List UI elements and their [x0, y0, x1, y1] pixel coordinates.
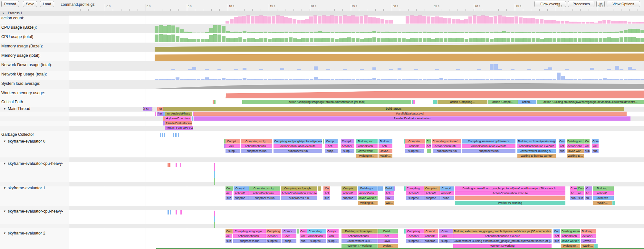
trace-block[interactable]: sub [226, 196, 232, 200]
trace-block[interactable]: Buildin... [379, 139, 392, 144]
trace-block[interactable]: subproc... [424, 196, 440, 200]
trace-block[interactable] [168, 163, 169, 167]
trace-block[interactable]: Waiting to... [561, 244, 580, 248]
trace-marker[interactable] [214, 178, 215, 185]
trace-block[interactable]: ActionConti... [358, 191, 378, 195]
trace-block[interactable]: Act [553, 234, 560, 238]
trace-block[interactable]: ActionC... [405, 144, 425, 148]
trace-block[interactable]: Parallel Evaluator evaluation [165, 126, 193, 130]
trace-block[interactable]: Com... [439, 229, 453, 234]
trace-block[interactable]: Building external/com_google_protobuf/ja… [453, 229, 552, 234]
trace-block[interactable]: ActionC... [593, 191, 614, 195]
process-expander-icon[interactable]: ▼ [2, 12, 5, 15]
trace-block[interactable]: ActionContinuati... [233, 234, 266, 238]
trace-block[interactable]: Par [157, 112, 163, 116]
trace-block[interactable]: Acti... [282, 234, 296, 238]
trace-block[interactable]: Act [323, 191, 330, 195]
trace-block[interactable]: subproc... [266, 239, 281, 243]
trace-block[interactable]: ActionC... [341, 191, 357, 195]
trace-block[interactable]: Co [426, 139, 431, 144]
trace-block[interactable]: sub [577, 196, 584, 200]
trace-block[interactable]: sub [570, 196, 577, 200]
trace-block[interactable] [318, 186, 321, 191]
trace-block[interactable]: Act [300, 234, 307, 238]
trace-block[interactable]: Ac... [226, 191, 232, 195]
record-button[interactable]: Record [1, 1, 19, 7]
trace-block[interactable]: Compi... [282, 229, 296, 234]
trace-block[interactable]: Compiling src/g... [249, 186, 280, 191]
trace-block[interactable]: skyframeExecutor.configureTargets [165, 116, 191, 121]
trace-block[interactable] [163, 121, 165, 125]
trace-block[interactable]: ActionC... [406, 191, 424, 195]
trace-block[interactable]: ActionC... [266, 234, 281, 238]
track-group-label[interactable]: ▼skyframe-evaluator 2 [3, 231, 45, 235]
trace-block[interactable]: subprocess.run [249, 196, 280, 200]
trace-block[interactable]: sub [226, 239, 232, 243]
trace-marker[interactable] [214, 211, 215, 216]
trace-block[interactable]: ActionConti... [307, 234, 326, 238]
track-group-label[interactable]: ▼Main Thread [3, 106, 30, 111]
trace-block[interactable]: Building src/ma... [561, 229, 580, 234]
trace-block[interactable] [455, 196, 565, 200]
trace-block[interactable]: Compiling src/google... [233, 229, 266, 234]
trace-block[interactable]: Ac... [585, 191, 592, 195]
trace-block[interactable] [413, 100, 415, 104]
trace-block[interactable] [192, 116, 193, 121]
trace-block[interactable]: Acti... [439, 234, 453, 238]
track-group-label[interactable]: ▼skyframe-evaluator-cpu-heavy- [3, 209, 63, 214]
trace-block[interactable]: sub [300, 239, 307, 243]
trace-block[interactable]: Compilin... [424, 186, 440, 191]
trace-block[interactable]: Ac... [226, 234, 232, 238]
trace-marker[interactable] [156, 248, 644, 249]
trace-block[interactable]: action 'Compili... [488, 100, 518, 104]
trace-block[interactable]: Comp... [325, 139, 338, 144]
trace-block[interactable]: Compilin... [405, 139, 425, 144]
trace-block[interactable]: Waitin... [581, 244, 594, 248]
trace-block[interactable]: Com [226, 229, 233, 234]
trace-block[interactable]: Worker #3 working [453, 244, 552, 248]
expander-arrow-icon[interactable]: ▼ [3, 140, 6, 143]
process-header[interactable]: ▼ Process 1 [0, 11, 644, 15]
trace-block[interactable] [180, 210, 182, 214]
trace-block[interactable]: buildTargets [163, 107, 624, 111]
trace-block[interactable] [162, 133, 163, 137]
trace-block[interactable]: Waiting to... [567, 154, 584, 158]
trace-block[interactable]: ActionContinuati... [249, 191, 280, 195]
trace-block[interactable] [394, 186, 395, 191]
trace-block[interactable]: Com [300, 229, 307, 234]
trace-block[interactable]: Par [157, 107, 163, 111]
trace-marker[interactable] [214, 216, 215, 222]
trace-block[interactable] [180, 163, 181, 167]
trace-block[interactable]: Waitin... [379, 154, 392, 158]
trace-block[interactable]: Building ... [581, 229, 596, 234]
track-group-label[interactable]: ▼skyframe-evaluator-cpu-heavy- [3, 161, 63, 166]
trace-block[interactable] [404, 186, 406, 191]
trace-block[interactable]: ActionContinuati... [341, 234, 378, 238]
trace-block[interactable]: Com [592, 139, 599, 144]
trace-block[interactable]: subproc... [341, 196, 357, 200]
trace-block[interactable]: subprocess.run [433, 149, 461, 153]
trace-block[interactable]: Compiling src/g... [241, 139, 272, 144]
trace-block[interactable]: Acti... [325, 144, 338, 148]
trace-block[interactable]: subp... [325, 149, 338, 153]
trace-block[interactable]: Waiting to... [358, 201, 378, 205]
trace-block[interactable]: Compiling src/google/protobuf/generat... [274, 139, 322, 144]
trace-block[interactable]: subproc... [424, 239, 438, 243]
trace-marker[interactable] [214, 171, 215, 178]
save-button[interactable]: Save [23, 1, 37, 7]
trace-block[interactable]: Compiling... [266, 229, 281, 234]
trace-block[interactable]: Worker #7 working [341, 244, 378, 248]
trace-block[interactable]: subp... [327, 239, 339, 243]
trace-marker[interactable] [214, 222, 215, 228]
trace-block[interactable]: runAnalysisPhase [165, 112, 192, 116]
trace-block[interactable]: subp... [282, 239, 296, 243]
trace-block[interactable]: Lau... [143, 107, 152, 111]
trace-block[interactable]: subproc... [307, 239, 326, 243]
trace-block[interactable]: ActionC... [406, 234, 424, 238]
trace-block[interactable]: Compil... [424, 229, 438, 234]
trace-block[interactable]: Jav... [385, 196, 394, 200]
trace-block[interactable]: Javac worker... [561, 239, 580, 243]
trace-block[interactable]: Build... [385, 186, 394, 191]
trace-block[interactable] [155, 112, 156, 116]
trace-block[interactable] [404, 229, 406, 234]
